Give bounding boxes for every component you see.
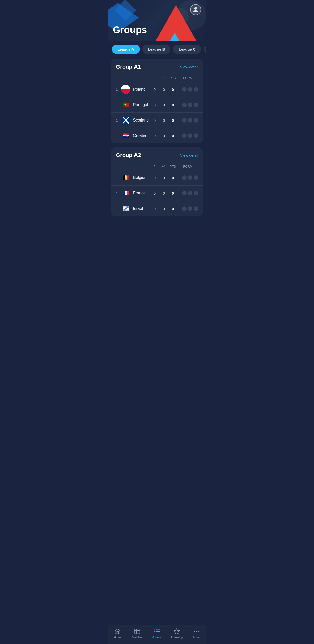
svg-marker-4	[174, 629, 180, 634]
team-pts: 0	[168, 134, 177, 138]
tab-league-d[interactable]: League D	[204, 45, 206, 54]
team-name: Poland	[133, 87, 150, 92]
header: Groups	[108, 0, 206, 41]
group-a2-view-detail[interactable]: View detail	[180, 153, 198, 157]
form-dot	[194, 191, 198, 195]
page-title: Groups	[113, 25, 147, 35]
group-a1-view-detail[interactable]: View detail	[180, 65, 198, 69]
form-dot	[182, 118, 187, 123]
nav-following[interactable]: Following	[169, 628, 184, 639]
group-a1-col-headers: P +/- PTS FORM	[111, 74, 203, 82]
team-pts: 0	[168, 176, 177, 180]
svg-rect-3	[135, 629, 140, 634]
table-row[interactable]: 1 🇫🇷 France 0 0 0	[111, 185, 203, 201]
form-dot	[194, 133, 198, 138]
svg-point-6	[196, 631, 197, 632]
team-diff: 0	[159, 207, 168, 211]
team-p: 0	[150, 103, 159, 107]
form-dot	[188, 103, 192, 107]
team-pts: 0	[168, 207, 177, 211]
groups-icon	[153, 628, 161, 635]
table-row[interactable]: 1 Scotland 0 0 0	[111, 112, 203, 128]
col-header-diff: +/-	[159, 76, 168, 80]
form-dot	[188, 133, 192, 138]
nav-home[interactable]: Home	[110, 628, 125, 639]
bg-triangle-blue	[167, 33, 182, 41]
form-dot	[182, 191, 187, 195]
team-name: Croatia	[133, 133, 150, 138]
flag-croatia: 🇭🇷	[121, 131, 130, 140]
group-a1-title: Group A1	[116, 64, 141, 70]
nav-matches[interactable]: Matches	[130, 628, 145, 639]
team-form	[177, 175, 198, 180]
form-dot	[194, 87, 198, 92]
tab-league-b[interactable]: League B	[142, 45, 171, 54]
col-header-pts: PTS	[168, 165, 177, 168]
table-row[interactable]: 1 🇧🇪 Belgium 0 0 0	[111, 170, 203, 185]
team-name: Portugal	[133, 103, 150, 107]
content-area: Group A1 View detail P +/- PTS FORM 1 Po…	[108, 56, 206, 236]
form-dot	[194, 103, 198, 107]
team-form	[177, 206, 198, 211]
team-form	[177, 103, 198, 107]
team-form	[177, 87, 198, 92]
team-pts: 0	[168, 191, 177, 195]
flag-france: 🇫🇷	[121, 189, 130, 198]
nav-more-label: More	[193, 636, 199, 639]
form-dot	[188, 175, 192, 180]
flag-scotland	[121, 116, 130, 125]
col-header-diff: +/-	[159, 165, 168, 168]
team-p: 0	[150, 207, 159, 211]
home-icon	[114, 628, 121, 635]
svg-point-7	[198, 631, 199, 632]
table-row[interactable]: 1 Poland 0 0 0	[111, 82, 203, 97]
nav-following-label: Following	[171, 636, 183, 639]
flag-portugal: 🇵🇹	[121, 100, 130, 109]
team-name: Scotland	[133, 118, 150, 123]
svg-point-5	[194, 631, 195, 632]
form-dot	[182, 206, 187, 211]
team-diff: 0	[159, 87, 168, 92]
following-icon	[173, 628, 180, 635]
team-diff: 0	[159, 134, 168, 138]
team-name: France	[133, 191, 150, 195]
user-icon	[192, 6, 199, 13]
team-p: 0	[150, 191, 159, 195]
group-a2-card: Group A2 View detail P +/- PTS FORM 1 🇧🇪…	[111, 147, 203, 216]
team-diff: 0	[159, 176, 168, 180]
nav-groups[interactable]: Groups	[149, 628, 165, 639]
form-dot	[188, 87, 192, 92]
table-row[interactable]: 1 🇵🇹 Portugal 0 0 0	[111, 97, 203, 112]
more-icon	[193, 628, 200, 635]
group-a1-header: Group A1 View detail	[111, 59, 203, 74]
form-dot	[194, 175, 198, 180]
table-row[interactable]: 1 🇭🇷 Croatia 0 0 0	[111, 128, 203, 143]
team-diff: 0	[159, 118, 168, 123]
group-a2-title: Group A2	[116, 152, 141, 158]
team-pts: 0	[168, 118, 177, 123]
team-p: 0	[150, 118, 159, 123]
nav-more[interactable]: More	[189, 628, 204, 639]
form-dot	[188, 191, 192, 195]
col-header-form: FORM	[177, 165, 198, 168]
nav-matches-label: Matches	[132, 636, 143, 639]
flag-belgium: 🇧🇪	[121, 173, 130, 182]
form-dot	[182, 103, 187, 107]
form-dot	[194, 118, 198, 123]
tab-league-a[interactable]: League A	[112, 45, 140, 54]
team-form	[177, 191, 198, 195]
col-header-pts: PTS	[168, 76, 177, 80]
col-header-p: P	[150, 165, 159, 168]
col-header-p: P	[150, 76, 159, 80]
group-a2-header: Group A2 View detail	[111, 147, 203, 162]
table-row[interactable]: 1 🇮🇱 Israel 0 0 0	[111, 201, 203, 216]
tab-league-c[interactable]: League C	[173, 45, 201, 54]
form-dot	[182, 133, 187, 138]
flag-poland	[121, 85, 130, 94]
team-pts: 0	[168, 87, 177, 92]
profile-button[interactable]	[190, 4, 201, 15]
bottom-nav: Home Matches Groups Following	[108, 625, 206, 644]
nav-home-label: Home	[114, 636, 121, 639]
team-form	[177, 133, 198, 138]
team-pts: 0	[168, 103, 177, 107]
